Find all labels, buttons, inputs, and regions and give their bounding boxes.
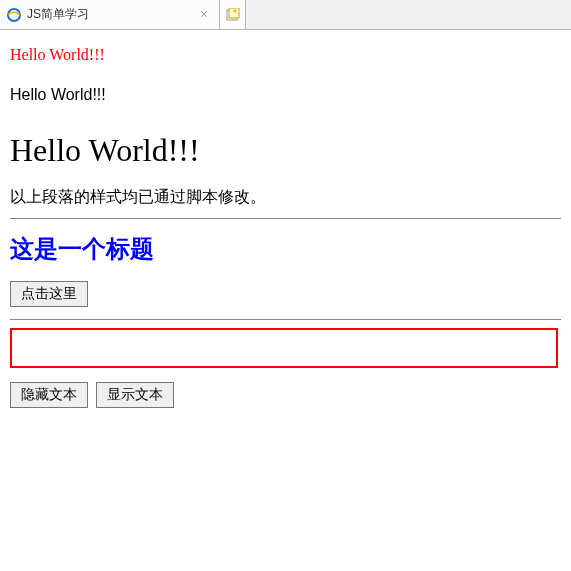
divider-1 xyxy=(10,218,561,219)
new-tab-icon xyxy=(226,8,240,22)
button-row: 隐藏文本 显示文本 xyxy=(10,378,561,412)
ie-icon xyxy=(6,7,22,23)
browser-tab-bar: JS简单学习 × xyxy=(0,0,571,30)
tab-close-icon[interactable]: × xyxy=(197,7,211,23)
red-outlined-box xyxy=(10,328,558,368)
svg-point-3 xyxy=(233,9,236,12)
description-text: 以上段落的样式均已通过脚本修改。 xyxy=(10,187,561,208)
hide-text-button[interactable]: 隐藏文本 xyxy=(10,382,88,408)
svg-rect-2 xyxy=(229,8,239,18)
tab-title: JS简单学习 xyxy=(27,6,191,23)
new-tab-button[interactable] xyxy=(220,0,246,29)
click-here-button[interactable]: 点击这里 xyxy=(10,281,88,307)
heading-large: Hello World!!! xyxy=(10,132,561,169)
page-content: Hello World!!! Hello World!!! Hello Worl… xyxy=(0,30,571,420)
show-text-button[interactable]: 显示文本 xyxy=(96,382,174,408)
browser-tab[interactable]: JS简单学习 × xyxy=(0,0,220,29)
svg-point-0 xyxy=(8,9,20,21)
paragraph-black: Hello World!!! xyxy=(10,86,561,104)
divider-2 xyxy=(10,319,561,320)
paragraph-red: Hello World!!! xyxy=(10,46,561,64)
heading-blue: 这是一个标题 xyxy=(10,233,561,265)
